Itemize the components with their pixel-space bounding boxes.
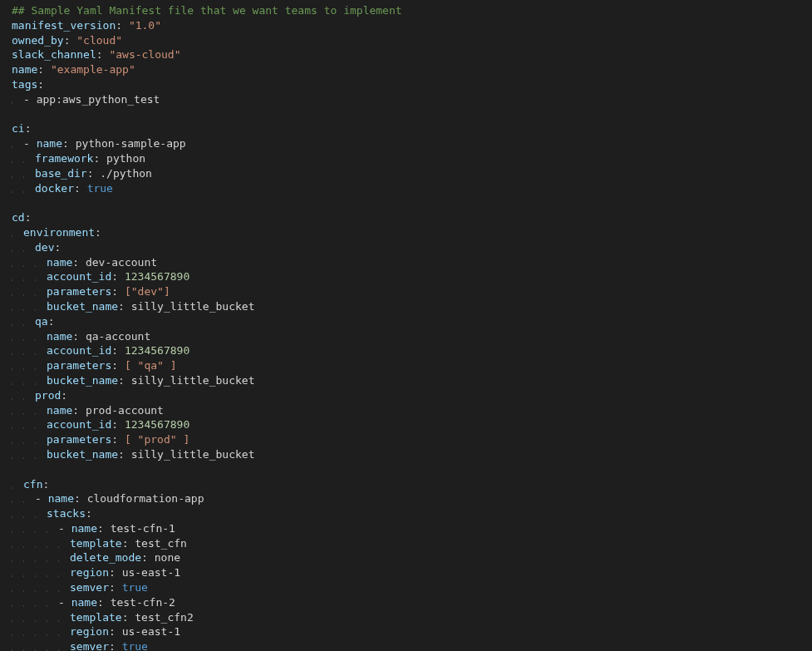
dev-bucket-val: silly_little_bucket xyxy=(131,300,255,313)
cfn-name-val: cloudformation-app xyxy=(87,492,204,505)
cfn-stacks-key: stacks xyxy=(47,507,86,520)
s1-semver-val: true xyxy=(122,581,148,594)
dev-name-key: name xyxy=(47,256,72,269)
val-owned-by: "cloud" xyxy=(76,34,122,47)
key-name: name xyxy=(12,63,37,76)
ci-basedir-val: ./python xyxy=(100,167,152,180)
s1-deletemode-val: none xyxy=(155,551,180,564)
s2-semver-key: semver xyxy=(70,640,109,651)
s1-template-key: template xyxy=(70,537,122,550)
s1-name-val: test-cfn-1 xyxy=(111,522,175,535)
cfn-name-key: name xyxy=(48,492,74,505)
ci-name-key: name xyxy=(37,137,62,150)
s2-template-key: template xyxy=(70,611,122,624)
prod-name-key: name xyxy=(47,404,72,417)
prod-account-key: account_id xyxy=(47,418,111,431)
prod-bucket-key: bucket_name xyxy=(47,448,118,461)
env-prod-key: prod xyxy=(35,389,61,402)
prod-bucket-val: silly_little_bucket xyxy=(131,448,255,461)
s1-region-key: region xyxy=(70,566,109,579)
qa-name-key: name xyxy=(47,330,72,343)
s1-name-key: name xyxy=(71,522,97,535)
tag-item: - app:aws_python_test xyxy=(23,93,160,106)
s2-region-key: region xyxy=(70,625,109,638)
dev-params-key: parameters xyxy=(47,285,111,298)
env-qa-key: qa xyxy=(35,315,48,328)
prod-params-key: parameters xyxy=(47,433,111,446)
key-owned-by: owned_by xyxy=(12,34,64,47)
s1-region-val: us-east-1 xyxy=(122,566,180,579)
key-slack-channel: slack_channel xyxy=(12,48,96,61)
qa-account-key: account_id xyxy=(47,344,111,357)
s2-region-val: us-east-1 xyxy=(122,625,180,638)
s1-template-val: test_cfn xyxy=(135,537,187,550)
ci-docker-val: true xyxy=(87,182,113,195)
s2-name-val: test-cfn-2 xyxy=(111,596,175,609)
dev-account-val: 1234567890 xyxy=(125,270,189,283)
key-cd: cd xyxy=(12,211,25,224)
val-name: "example-app" xyxy=(51,63,135,76)
prod-account-val: 1234567890 xyxy=(125,418,189,431)
val-slack-channel: "aws-cloud" xyxy=(109,48,180,61)
env-dev-key: dev xyxy=(35,241,54,254)
ci-basedir-key: base_dir xyxy=(35,167,87,180)
prod-name-val: prod-account xyxy=(86,404,164,417)
qa-bucket-val: silly_little_bucket xyxy=(131,374,255,387)
qa-bucket-key: bucket_name xyxy=(47,374,118,387)
ci-framework-val: python xyxy=(106,152,145,165)
dev-params-val: ["dev"] xyxy=(125,285,170,298)
dev-name-val: dev-account xyxy=(86,256,157,269)
ci-docker-key: docker xyxy=(35,182,74,195)
dev-account-key: account_id xyxy=(47,270,111,283)
key-manifest-version: manifest_version xyxy=(12,19,116,32)
val-manifest-version: "1.0" xyxy=(129,19,161,32)
key-ci: ci xyxy=(12,122,25,135)
s1-deletemode-key: delete_mode xyxy=(70,551,141,564)
cd-environment-key: environment xyxy=(23,226,95,239)
qa-name-val: qa-account xyxy=(86,330,150,343)
s2-semver-val: true xyxy=(122,640,148,651)
qa-params-key: parameters xyxy=(47,359,111,372)
ci-framework-key: framework xyxy=(35,152,93,165)
cfn-key: cfn xyxy=(23,478,42,491)
ci-name-val: python-sample-app xyxy=(76,137,186,150)
s1-semver-key: semver xyxy=(70,581,109,594)
s2-template-val: test_cfn2 xyxy=(135,611,193,624)
qa-account-val: 1234567890 xyxy=(125,344,189,357)
yaml-code-block: ## Sample Yaml Manifest file that we wan… xyxy=(0,0,812,651)
key-tags: tags xyxy=(12,78,37,91)
qa-params-val: [ "qa" ] xyxy=(125,359,177,372)
prod-params-val: [ "prod" ] xyxy=(125,433,189,446)
comment-line: ## Sample Yaml Manifest file that we wan… xyxy=(12,4,402,17)
s2-name-key: name xyxy=(71,596,97,609)
dev-bucket-key: bucket_name xyxy=(47,300,118,313)
